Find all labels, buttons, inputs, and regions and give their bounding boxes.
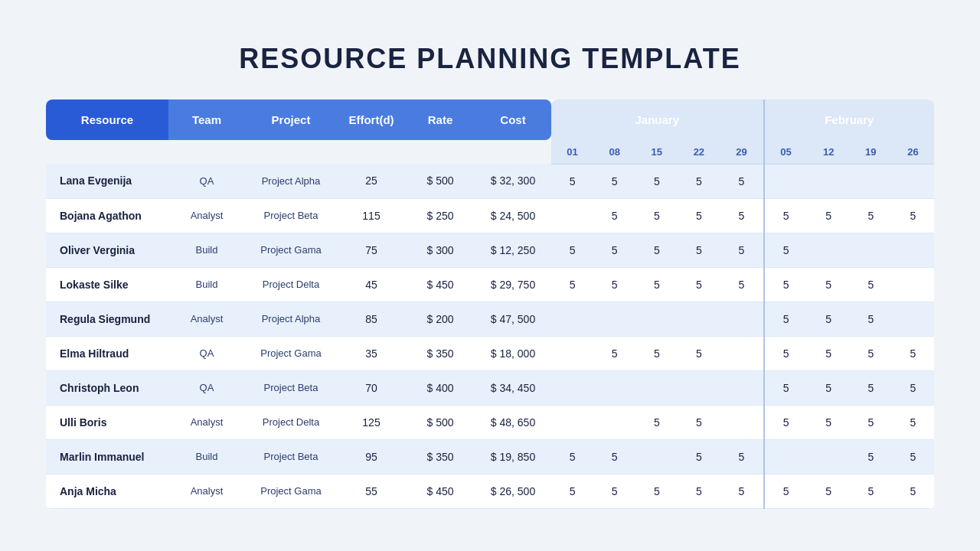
cell-team: QA (168, 336, 245, 370)
table-row: Oliver VerginiaBuildProject Gama75$ 300$… (46, 233, 934, 267)
cell-effort: 115 (337, 198, 406, 233)
cell-cost: $ 34, 450 (475, 370, 551, 405)
cell-jan-2 (635, 302, 678, 336)
cell-rate: $ 250 (406, 198, 475, 233)
col-header-resource: Resource (46, 99, 168, 140)
cell-project: Project Alpha (245, 164, 337, 198)
page-title: RESOURCE PLANNING TEMPLATE (239, 43, 740, 75)
cell-jan-4: 5 (720, 198, 763, 233)
cell-resource: Bojana Agathon (46, 198, 168, 233)
cell-project: Project Beta (245, 198, 337, 233)
cell-jan-2: 5 (635, 336, 678, 370)
cell-jan-0: 5 (551, 233, 593, 267)
cell-resource: Ulli Boris (46, 405, 168, 439)
cell-project: Project Delta (245, 405, 337, 439)
cell-feb-2 (850, 164, 892, 198)
cell-jan-1: 5 (593, 336, 635, 370)
cell-rate: $ 350 (406, 439, 475, 474)
cell-resource: Oliver Verginia (46, 233, 168, 267)
cell-feb-3: 5 (892, 370, 934, 405)
cell-jan-0 (551, 405, 593, 439)
col-header-project: Project (245, 99, 337, 140)
cell-feb-0: 5 (764, 198, 808, 233)
day-feb-05: 05 (764, 140, 808, 165)
cell-jan-4: 5 (720, 267, 763, 302)
cell-jan-1: 5 (593, 164, 635, 198)
cell-project: Project Beta (245, 439, 337, 474)
cell-cost: $ 29, 750 (475, 267, 551, 302)
cell-feb-1: 5 (808, 405, 850, 439)
day-jan-08: 08 (593, 140, 635, 165)
cell-resource: Elma Hiltraud (46, 336, 168, 370)
cell-feb-0: 5 (764, 267, 808, 302)
cell-feb-2: 5 (850, 302, 892, 336)
cell-cost: $ 24, 500 (475, 198, 551, 233)
cell-rate: $ 500 (406, 164, 475, 198)
cell-cost: $ 19, 850 (475, 439, 551, 474)
cell-team: Build (168, 439, 245, 474)
cell-jan-4: 5 (720, 474, 763, 508)
cell-cost: $ 18, 000 (475, 336, 551, 370)
cell-feb-3: 5 (892, 439, 934, 474)
cell-jan-0 (551, 198, 593, 233)
cell-feb-2 (850, 233, 892, 267)
table-row: Regula SiegmundAnalystProject Alpha85$ 2… (46, 302, 934, 336)
cell-effort: 35 (337, 336, 406, 370)
cell-jan-4: 5 (720, 164, 763, 198)
cell-jan-1: 5 (593, 439, 635, 474)
cell-resource: Regula Siegmund (46, 302, 168, 336)
cell-feb-0 (764, 164, 808, 198)
cell-jan-2: 5 (635, 233, 678, 267)
cell-feb-3 (892, 267, 934, 302)
cell-feb-2: 5 (850, 370, 892, 405)
cell-jan-4 (720, 336, 763, 370)
cell-feb-1 (808, 164, 850, 198)
cell-feb-1: 5 (808, 336, 850, 370)
cell-feb-0: 5 (764, 302, 808, 336)
cell-jan-2: 5 (635, 267, 678, 302)
cell-feb-1: 5 (808, 370, 850, 405)
cell-feb-2: 5 (850, 336, 892, 370)
cell-jan-4: 5 (720, 233, 763, 267)
day-jan-01: 01 (551, 140, 593, 165)
cell-feb-2: 5 (850, 439, 892, 474)
cell-feb-3: 5 (892, 405, 934, 439)
cell-resource: Lana Evgenija (46, 164, 168, 198)
cell-jan-2 (635, 370, 678, 405)
cell-feb-0: 5 (764, 405, 808, 439)
cell-jan-3 (678, 370, 720, 405)
cell-feb-3 (892, 302, 934, 336)
col-header-effort: Effort(d) (337, 99, 406, 140)
cell-project: Project Gama (245, 474, 337, 508)
cell-jan-1 (593, 405, 635, 439)
col-header-cost: Cost (475, 99, 551, 140)
table-row: Anja MichaAnalystProject Gama55$ 450$ 26… (46, 474, 934, 508)
cell-project: Project Gama (245, 233, 337, 267)
col-header-rate: Rate (406, 99, 475, 140)
cell-cost: $ 12, 250 (475, 233, 551, 267)
cell-team: QA (168, 370, 245, 405)
cell-jan-0 (551, 302, 593, 336)
cell-feb-1 (808, 439, 850, 474)
cell-jan-2: 5 (635, 198, 678, 233)
cell-jan-3: 5 (678, 164, 720, 198)
cell-jan-0: 5 (551, 439, 593, 474)
table-row: Elma HiltraudQAProject Gama35$ 350$ 18, … (46, 336, 934, 370)
cell-effort: 85 (337, 302, 406, 336)
cell-jan-2: 5 (635, 474, 678, 508)
cell-project: Project Delta (245, 267, 337, 302)
cell-feb-0 (764, 439, 808, 474)
cell-effort: 45 (337, 267, 406, 302)
cell-jan-0: 5 (551, 164, 593, 198)
cell-feb-1: 5 (808, 302, 850, 336)
table-wrapper: Resource Team Project Effort(d) Rate Cos… (46, 99, 934, 509)
cell-jan-2: 5 (635, 405, 678, 439)
cell-feb-0: 5 (764, 233, 808, 267)
cell-feb-1: 5 (808, 267, 850, 302)
cell-jan-3: 5 (678, 198, 720, 233)
cell-team: Build (168, 233, 245, 267)
cell-feb-2: 5 (850, 267, 892, 302)
day-feb-12: 12 (808, 140, 850, 165)
cell-cost: $ 26, 500 (475, 474, 551, 508)
table-row: Lokaste SilkeBuildProject Delta45$ 450$ … (46, 267, 934, 302)
